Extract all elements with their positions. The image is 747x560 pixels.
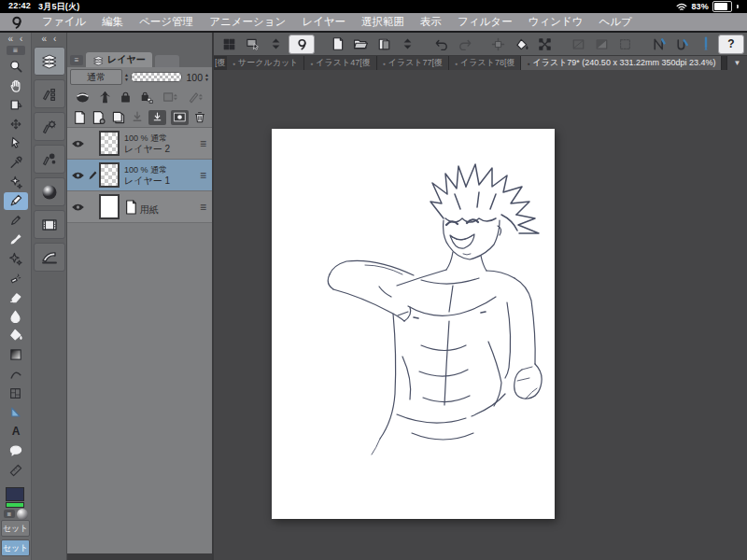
dock-color-wheel-button[interactable] (34, 177, 65, 206)
csp-logo-icon[interactable] (9, 15, 24, 30)
tab-list-dropdown-button[interactable]: ▼ (726, 56, 747, 70)
menu-file[interactable]: ファイル (42, 15, 86, 29)
navigate-flip-tool[interactable] (4, 96, 28, 114)
snap-to-ruler-button[interactable] (648, 35, 669, 53)
layer-thumbnail[interactable] (99, 131, 120, 156)
foreground-color-swatch[interactable] (6, 487, 24, 501)
csp-logo-button[interactable] (289, 35, 315, 54)
dock-brush-size-button[interactable] (34, 145, 65, 174)
pencil-tool[interactable] (4, 212, 28, 230)
snap-to-grid-button[interactable] (695, 35, 716, 53)
dock-sub-view-button[interactable] (34, 243, 65, 272)
tool-set-button-1[interactable]: セット (1, 520, 30, 537)
paper-thumbnail[interactable] (99, 194, 120, 219)
new-layer-folder-button[interactable] (111, 110, 126, 125)
create-layer-mask-button[interactable] (171, 110, 189, 125)
canvas-viewport[interactable] (214, 70, 747, 560)
sub-color-swatch[interactable] (6, 502, 24, 508)
visibility-eye-icon[interactable] (69, 203, 87, 212)
fill-command-button[interactable] (511, 35, 532, 53)
menu-page-manage[interactable]: ページ管理 (139, 15, 193, 29)
zoom-tool[interactable] (4, 58, 28, 76)
color-swatches[interactable] (6, 487, 26, 505)
ruler-tool[interactable] (4, 461, 28, 479)
layer-palette-tab[interactable]: レイヤー (86, 52, 152, 67)
layer-property-tab[interactable] (155, 55, 179, 67)
doc-tab-illust77[interactable]: ● イラスト77[復 (377, 56, 449, 70)
frame-border-tool[interactable] (4, 385, 28, 402)
move-tool[interactable] (4, 116, 28, 133)
collapse-dock-button[interactable]: « (42, 33, 48, 45)
menu-filter[interactable]: フィルター (458, 15, 513, 29)
layer-drag-handle[interactable]: ≡ (196, 169, 210, 182)
view-stepper-button[interactable] (265, 35, 287, 53)
new-layer-2-button[interactable] (92, 110, 106, 125)
opacity-stepper[interactable]: ▲▼ (204, 73, 209, 82)
page-spread-button[interactable] (374, 35, 395, 53)
doc-tab-illust47[interactable]: ● イラスト47[復 (304, 56, 376, 70)
auto-select-tool[interactable] (4, 173, 28, 190)
eraser-tool[interactable] (4, 288, 28, 306)
figure-line-tool[interactable] (4, 365, 28, 383)
menu-animation[interactable]: アニメーション (209, 15, 286, 29)
snap-to-special-ruler-button[interactable] (671, 35, 693, 53)
canvas-overview-button[interactable] (242, 35, 263, 53)
layer-drag-handle[interactable]: ≡ (196, 201, 210, 214)
lock-transparent-pixels-button[interactable] (140, 91, 154, 105)
layer-palette-menu-button[interactable]: ≡ (70, 55, 83, 65)
transform-button[interactable] (534, 35, 556, 53)
doc-tab-illust78[interactable]: ● イラスト78[復 (449, 56, 521, 70)
open-file-button[interactable] (350, 35, 372, 53)
figure-tool[interactable] (4, 403, 28, 421)
blend-mode-select[interactable]: 通常 (70, 69, 122, 85)
pan-hand-tool[interactable] (4, 77, 28, 94)
airbrush-tool[interactable] (4, 269, 28, 287)
workspace-grid-button[interactable] (218, 35, 240, 53)
menu-layer[interactable]: レイヤー (302, 15, 345, 29)
layer-row-paper[interactable]: 用紙 ≡ (67, 191, 212, 223)
reference-layer-button[interactable] (99, 91, 111, 105)
clip-to-layer-below-button[interactable] (75, 91, 91, 104)
new-raster-layer-button[interactable] (73, 110, 87, 125)
mini-palette-tab[interactable]: ≣ (4, 510, 15, 518)
merge-with-lower-layer-button[interactable] (148, 110, 166, 125)
visibility-eye-icon[interactable] (69, 171, 87, 180)
menu-window[interactable]: ウィンドウ (529, 15, 584, 29)
dock-layer-palette-button[interactable] (34, 47, 65, 76)
blend-mode-stepper[interactable]: ▲▼ (124, 73, 129, 82)
collapse-toolbar-button[interactable]: « (8, 33, 14, 45)
doc-tab-circlecut[interactable]: ● サークルカット (227, 56, 304, 70)
menu-help[interactable]: ヘルプ (599, 15, 632, 29)
collapse-toolbar-small-button[interactable]: ‹ (20, 33, 22, 45)
dock-subtool-button[interactable] (34, 79, 65, 108)
pen-tool[interactable] (4, 192, 28, 210)
help-button[interactable]: ? (718, 35, 744, 54)
operation-tool[interactable] (4, 134, 28, 152)
opacity-slider[interactable] (131, 72, 182, 82)
color-wheel-chip-icon[interactable] (17, 509, 28, 520)
tab-overflow-left[interactable]: [復 (214, 56, 227, 70)
collapse-dock-small-button[interactable]: ‹ (53, 33, 56, 45)
layer-drag-handle[interactable]: ≡ (196, 137, 210, 150)
delete-layer-button[interactable] (193, 110, 206, 124)
decoration-tool[interactable] (4, 250, 28, 268)
gradient-tool[interactable] (4, 346, 28, 364)
brush-tool[interactable] (4, 231, 28, 248)
fill-tool[interactable] (4, 327, 28, 344)
tool-set-button-2[interactable]: セット (1, 539, 30, 556)
dock-timeline-button[interactable] (34, 210, 65, 239)
lock-layer-button[interactable] (120, 91, 132, 105)
menu-selection[interactable]: 選択範囲 (361, 15, 404, 29)
undo-button[interactable] (430, 35, 452, 53)
dock-tool-property-button[interactable] (34, 112, 65, 141)
layer-thumbnail[interactable] (99, 162, 120, 188)
visibility-eye-icon[interactable] (69, 139, 87, 148)
drawing-canvas[interactable] (272, 129, 555, 519)
new-file-button[interactable] (327, 35, 348, 53)
layer-row-layer2[interactable]: 100 % 通常 レイヤー 2 ≡ (67, 128, 212, 160)
layer-row-layer1-selected[interactable]: 100 % 通常 レイヤー 1 ≡ (67, 160, 212, 191)
eyedropper-tool[interactable] (4, 154, 28, 172)
balloon-tool[interactable] (4, 442, 28, 460)
blend-tool[interactable] (4, 308, 28, 326)
menu-view[interactable]: 表示 (420, 15, 442, 29)
